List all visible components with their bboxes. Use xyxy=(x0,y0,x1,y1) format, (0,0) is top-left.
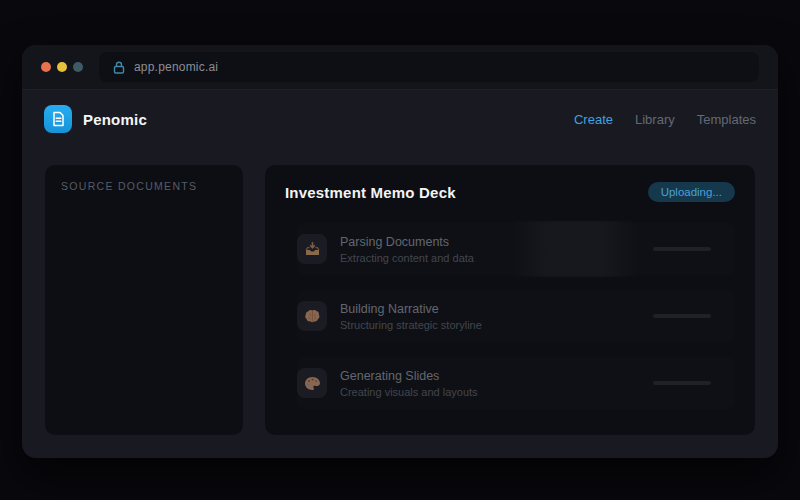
step-subtitle: Structuring strategic storyline xyxy=(340,319,482,331)
nav-create[interactable]: Create xyxy=(574,112,613,127)
step-icon-tile xyxy=(297,234,327,264)
palette-icon xyxy=(304,376,321,391)
content-panels: SOURCE DOCUMENTS Investment Memo Deck Up… xyxy=(45,165,755,435)
inbox-tray-icon xyxy=(304,241,321,257)
step-parsing-documents: Parsing Documents Extracting content and… xyxy=(297,223,735,275)
step-progress-bar xyxy=(653,314,711,318)
browser-title-bar: app.penomic.ai xyxy=(22,45,778,90)
penomic-logo[interactable] xyxy=(44,105,72,133)
brain-icon xyxy=(304,309,321,323)
main-nav: Create Library Templates xyxy=(574,112,756,127)
deck-title: Investment Memo Deck xyxy=(285,184,456,201)
step-subtitle: Creating visuals and layouts xyxy=(340,386,478,398)
minimize-window-button[interactable] xyxy=(57,62,67,72)
deck-panel-header: Investment Memo Deck Uploading... xyxy=(285,182,735,202)
pipeline-steps: Parsing Documents Extracting content and… xyxy=(285,223,735,409)
source-documents-panel: SOURCE DOCUMENTS xyxy=(45,165,243,435)
step-progress-bar xyxy=(653,247,711,251)
nav-library[interactable]: Library xyxy=(635,112,675,127)
step-text: Building Narrative Structuring strategic… xyxy=(340,302,482,331)
step-generating-slides: Generating Slides Creating visuals and l… xyxy=(297,357,735,409)
step-title: Building Narrative xyxy=(340,302,482,316)
step-text: Parsing Documents Extracting content and… xyxy=(340,235,474,264)
step-icon-tile xyxy=(297,301,327,331)
step-subtitle: Extracting content and data xyxy=(340,252,474,264)
step-title: Generating Slides xyxy=(340,369,478,383)
step-title: Parsing Documents xyxy=(340,235,474,249)
deck-panel: Investment Memo Deck Uploading... xyxy=(265,165,755,435)
step-building-narrative: Building Narrative Structuring strategic… xyxy=(297,290,735,342)
url-bar[interactable]: app.penomic.ai xyxy=(99,52,759,82)
window-controls xyxy=(41,62,83,72)
url-text: app.penomic.ai xyxy=(134,60,218,74)
brand-name: Penomic xyxy=(83,111,147,128)
loading-shimmer xyxy=(511,221,639,277)
document-icon xyxy=(51,111,66,127)
sidebar-title: SOURCE DOCUMENTS xyxy=(61,180,227,192)
step-progress-bar xyxy=(653,381,711,385)
app-header: Penomic Create Library Templates xyxy=(22,90,778,134)
zoom-window-button[interactable] xyxy=(73,62,83,72)
lock-icon xyxy=(113,61,125,74)
close-window-button[interactable] xyxy=(41,62,51,72)
step-icon-tile xyxy=(297,368,327,398)
step-text: Generating Slides Creating visuals and l… xyxy=(340,369,478,398)
nav-templates[interactable]: Templates xyxy=(697,112,756,127)
status-badge: Uploading... xyxy=(648,182,735,202)
browser-window: app.penomic.ai Penomic Create Library Te… xyxy=(22,45,778,458)
